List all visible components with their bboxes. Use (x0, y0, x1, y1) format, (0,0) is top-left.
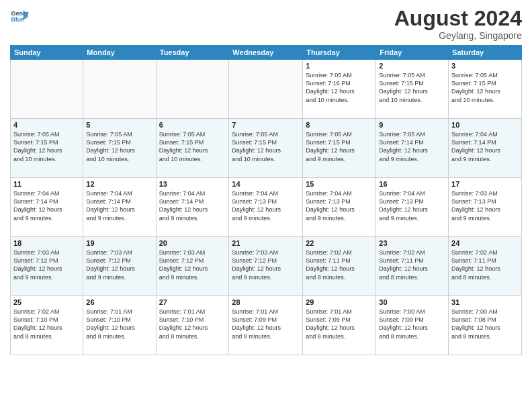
calendar-table: Sunday Monday Tuesday Wednesday Thursday… (10, 45, 522, 355)
day-number: 22 (306, 239, 373, 247)
day-info: Sunrise: 7:05 AM Sunset: 7:15 PM Dayligh… (159, 130, 226, 163)
day-info: Sunrise: 7:00 AM Sunset: 7:09 PM Dayligh… (379, 308, 445, 340)
col-wednesday: Wednesday (229, 46, 303, 60)
day-number: 24 (451, 239, 519, 247)
day-number: 9 (379, 121, 445, 129)
day-number: 21 (232, 239, 300, 247)
day-info: Sunrise: 7:03 AM Sunset: 7:12 PM Dayligh… (13, 248, 80, 281)
day-info: Sunrise: 7:01 AM Sunset: 7:10 PM Dayligh… (86, 308, 152, 340)
day-info: Sunrise: 7:03 AM Sunset: 7:12 PM Dayligh… (232, 248, 300, 281)
svg-text:Blue: Blue (11, 16, 24, 23)
day-cell: 17Sunrise: 7:03 AM Sunset: 7:13 PM Dayli… (449, 178, 522, 237)
day-number: 4 (13, 121, 80, 129)
day-cell: 28Sunrise: 7:01 AM Sunset: 7:09 PM Dayli… (229, 296, 303, 355)
day-number: 13 (159, 180, 226, 188)
col-tuesday: Tuesday (156, 46, 229, 60)
day-cell: 30Sunrise: 7:00 AM Sunset: 7:09 PM Dayli… (376, 296, 449, 355)
day-number: 2 (379, 62, 445, 70)
day-cell: 15Sunrise: 7:04 AM Sunset: 7:13 PM Dayli… (303, 178, 376, 237)
day-info: Sunrise: 7:02 AM Sunset: 7:10 PM Dayligh… (13, 308, 80, 340)
day-info: Sunrise: 7:05 AM Sunset: 7:15 PM Dayligh… (306, 130, 373, 163)
day-info: Sunrise: 7:03 AM Sunset: 7:13 PM Dayligh… (451, 189, 519, 222)
week-row-5: 25Sunrise: 7:02 AM Sunset: 7:10 PM Dayli… (11, 296, 522, 355)
col-thursday: Thursday (303, 46, 376, 60)
day-number: 17 (451, 180, 519, 188)
day-info: Sunrise: 7:02 AM Sunset: 7:11 PM Dayligh… (451, 248, 519, 281)
page: General Blue August 2024 Geylang, Singap… (0, 0, 532, 411)
day-info: Sunrise: 7:04 AM Sunset: 7:14 PM Dayligh… (159, 189, 226, 222)
day-info: Sunrise: 7:05 AM Sunset: 7:15 PM Dayligh… (86, 130, 152, 163)
day-cell: 20Sunrise: 7:03 AM Sunset: 7:12 PM Dayli… (156, 237, 229, 296)
day-cell: 25Sunrise: 7:02 AM Sunset: 7:10 PM Dayli… (11, 296, 83, 355)
day-info: Sunrise: 7:05 AM Sunset: 7:15 PM Dayligh… (451, 71, 519, 104)
day-cell (229, 60, 303, 119)
day-cell: 19Sunrise: 7:03 AM Sunset: 7:12 PM Dayli… (83, 237, 156, 296)
day-info: Sunrise: 7:01 AM Sunset: 7:10 PM Dayligh… (159, 308, 226, 340)
day-number: 20 (159, 239, 226, 247)
day-info: Sunrise: 7:05 AM Sunset: 7:16 PM Dayligh… (306, 71, 373, 104)
day-cell: 13Sunrise: 7:04 AM Sunset: 7:14 PM Dayli… (156, 178, 229, 237)
day-number: 18 (13, 239, 80, 247)
day-info: Sunrise: 7:04 AM Sunset: 7:13 PM Dayligh… (306, 189, 373, 222)
day-cell: 22Sunrise: 7:02 AM Sunset: 7:11 PM Dayli… (303, 237, 376, 296)
day-cell: 10Sunrise: 7:04 AM Sunset: 7:14 PM Dayli… (449, 119, 522, 178)
day-number: 23 (379, 239, 445, 247)
week-row-2: 4Sunrise: 7:05 AM Sunset: 7:15 PM Daylig… (11, 119, 522, 178)
week-row-1: 1Sunrise: 7:05 AM Sunset: 7:16 PM Daylig… (11, 60, 522, 119)
col-friday: Friday (376, 46, 449, 60)
title-section: August 2024 Geylang, Singapore (394, 7, 522, 41)
day-cell: 29Sunrise: 7:01 AM Sunset: 7:09 PM Dayli… (303, 296, 376, 355)
day-info: Sunrise: 7:01 AM Sunset: 7:09 PM Dayligh… (306, 308, 373, 340)
day-cell: 14Sunrise: 7:04 AM Sunset: 7:13 PM Dayli… (229, 178, 303, 237)
day-cell (11, 60, 83, 119)
day-info: Sunrise: 7:02 AM Sunset: 7:11 PM Dayligh… (306, 248, 373, 281)
day-cell: 3Sunrise: 7:05 AM Sunset: 7:15 PM Daylig… (449, 60, 522, 119)
day-cell: 8Sunrise: 7:05 AM Sunset: 7:15 PM Daylig… (303, 119, 376, 178)
day-number: 8 (306, 121, 373, 129)
day-info: Sunrise: 7:04 AM Sunset: 7:14 PM Dayligh… (13, 189, 80, 222)
day-number: 16 (379, 180, 445, 188)
month-title: August 2024 (394, 7, 522, 30)
day-cell: 12Sunrise: 7:04 AM Sunset: 7:14 PM Dayli… (83, 178, 156, 237)
day-info: Sunrise: 7:04 AM Sunset: 7:14 PM Dayligh… (86, 189, 152, 222)
day-info: Sunrise: 7:00 AM Sunset: 7:08 PM Dayligh… (451, 308, 519, 340)
day-info: Sunrise: 7:04 AM Sunset: 7:13 PM Dayligh… (379, 189, 445, 222)
day-cell: 7Sunrise: 7:05 AM Sunset: 7:15 PM Daylig… (229, 119, 303, 178)
day-number: 30 (379, 298, 445, 306)
day-cell: 6Sunrise: 7:05 AM Sunset: 7:15 PM Daylig… (156, 119, 229, 178)
day-number: 11 (13, 180, 80, 188)
col-monday: Monday (83, 46, 156, 60)
day-info: Sunrise: 7:04 AM Sunset: 7:13 PM Dayligh… (232, 189, 300, 222)
day-cell: 18Sunrise: 7:03 AM Sunset: 7:12 PM Dayli… (11, 237, 83, 296)
day-number: 27 (159, 298, 226, 306)
day-number: 5 (86, 121, 152, 129)
logo-icon: General Blue (10, 7, 29, 26)
day-number: 28 (232, 298, 300, 306)
day-info: Sunrise: 7:05 AM Sunset: 7:14 PM Dayligh… (379, 130, 445, 163)
day-cell: 23Sunrise: 7:02 AM Sunset: 7:11 PM Dayli… (376, 237, 449, 296)
day-number: 10 (451, 121, 519, 129)
col-saturday: Saturday (449, 46, 522, 60)
day-info: Sunrise: 7:05 AM Sunset: 7:15 PM Dayligh… (13, 130, 80, 163)
day-info: Sunrise: 7:05 AM Sunset: 7:15 PM Dayligh… (232, 130, 300, 163)
day-cell: 21Sunrise: 7:03 AM Sunset: 7:12 PM Dayli… (229, 237, 303, 296)
day-number: 26 (86, 298, 152, 306)
day-cell: 1Sunrise: 7:05 AM Sunset: 7:16 PM Daylig… (303, 60, 376, 119)
day-cell: 24Sunrise: 7:02 AM Sunset: 7:11 PM Dayli… (449, 237, 522, 296)
logo: General Blue (10, 7, 29, 26)
day-info: Sunrise: 7:04 AM Sunset: 7:14 PM Dayligh… (451, 130, 519, 163)
header: General Blue August 2024 Geylang, Singap… (10, 7, 522, 41)
day-number: 7 (232, 121, 300, 129)
day-number: 19 (86, 239, 152, 247)
day-info: Sunrise: 7:03 AM Sunset: 7:12 PM Dayligh… (86, 248, 152, 281)
day-info: Sunrise: 7:03 AM Sunset: 7:12 PM Dayligh… (159, 248, 226, 281)
subtitle: Geylang, Singapore (394, 30, 522, 41)
day-cell: 9Sunrise: 7:05 AM Sunset: 7:14 PM Daylig… (376, 119, 449, 178)
day-cell: 27Sunrise: 7:01 AM Sunset: 7:10 PM Dayli… (156, 296, 229, 355)
day-number: 14 (232, 180, 300, 188)
day-number: 15 (306, 180, 373, 188)
day-cell: 31Sunrise: 7:00 AM Sunset: 7:08 PM Dayli… (449, 296, 522, 355)
day-cell (156, 60, 229, 119)
col-sunday: Sunday (11, 46, 83, 60)
day-cell: 26Sunrise: 7:01 AM Sunset: 7:10 PM Dayli… (83, 296, 156, 355)
